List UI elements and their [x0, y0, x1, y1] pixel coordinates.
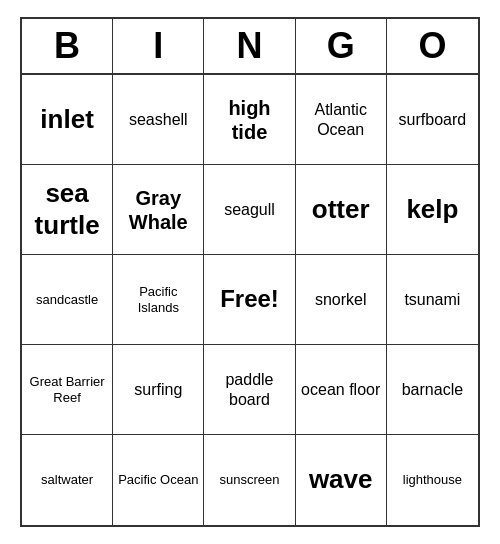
cell-text-14: tsunami: [404, 290, 460, 309]
bingo-cell-14: tsunami: [387, 255, 478, 345]
cell-text-9: kelp: [406, 194, 458, 225]
bingo-cell-20: saltwater: [22, 435, 113, 525]
cell-text-8: otter: [312, 194, 370, 225]
cell-text-11: Pacific Islands: [117, 284, 199, 315]
cell-text-20: saltwater: [41, 472, 93, 488]
bingo-cell-23: wave: [296, 435, 387, 525]
cell-text-0: inlet: [40, 104, 93, 135]
cell-text-7: seagull: [224, 200, 275, 219]
bingo-cell-18: ocean floor: [296, 345, 387, 435]
cell-text-21: Pacific Ocean: [118, 472, 198, 488]
bingo-card: BINGO inletseashellhigh tideAtlantic Oce…: [20, 17, 480, 527]
bingo-cell-22: sunscreen: [204, 435, 295, 525]
cell-text-4: surfboard: [399, 110, 467, 129]
bingo-header: BINGO: [22, 19, 478, 75]
cell-text-24: lighthouse: [403, 472, 462, 488]
cell-text-23: wave: [309, 464, 373, 495]
cell-text-13: snorkel: [315, 290, 367, 309]
header-letter-i: I: [113, 19, 204, 73]
bingo-cell-9: kelp: [387, 165, 478, 255]
bingo-cell-8: otter: [296, 165, 387, 255]
bingo-cell-17: paddle board: [204, 345, 295, 435]
cell-text-18: ocean floor: [301, 380, 380, 399]
cell-text-19: barnacle: [402, 380, 463, 399]
cell-text-2: high tide: [208, 96, 290, 144]
cell-text-1: seashell: [129, 110, 188, 129]
cell-text-22: sunscreen: [220, 472, 280, 488]
cell-text-10: sandcastle: [36, 292, 98, 308]
cell-text-3: Atlantic Ocean: [300, 100, 382, 138]
bingo-cell-1: seashell: [113, 75, 204, 165]
bingo-cell-21: Pacific Ocean: [113, 435, 204, 525]
bingo-cell-24: lighthouse: [387, 435, 478, 525]
bingo-cell-13: snorkel: [296, 255, 387, 345]
header-letter-b: B: [22, 19, 113, 73]
bingo-cell-3: Atlantic Ocean: [296, 75, 387, 165]
bingo-cell-10: sandcastle: [22, 255, 113, 345]
header-letter-g: G: [296, 19, 387, 73]
bingo-cell-0: inlet: [22, 75, 113, 165]
cell-text-5: sea turtle: [26, 178, 108, 240]
bingo-cell-4: surfboard: [387, 75, 478, 165]
bingo-cell-12: Free!: [204, 255, 295, 345]
bingo-grid: inletseashellhigh tideAtlantic Oceansurf…: [22, 75, 478, 525]
cell-text-6: Gray Whale: [117, 186, 199, 234]
bingo-cell-7: seagull: [204, 165, 295, 255]
bingo-cell-2: high tide: [204, 75, 295, 165]
bingo-cell-16: surfing: [113, 345, 204, 435]
bingo-cell-11: Pacific Islands: [113, 255, 204, 345]
cell-text-15: Great Barrier Reef: [26, 374, 108, 405]
bingo-cell-15: Great Barrier Reef: [22, 345, 113, 435]
cell-text-17: paddle board: [208, 370, 290, 408]
cell-text-12: Free!: [220, 285, 279, 314]
cell-text-16: surfing: [134, 380, 182, 399]
bingo-cell-19: barnacle: [387, 345, 478, 435]
header-letter-o: O: [387, 19, 478, 73]
header-letter-n: N: [204, 19, 295, 73]
bingo-cell-6: Gray Whale: [113, 165, 204, 255]
bingo-cell-5: sea turtle: [22, 165, 113, 255]
